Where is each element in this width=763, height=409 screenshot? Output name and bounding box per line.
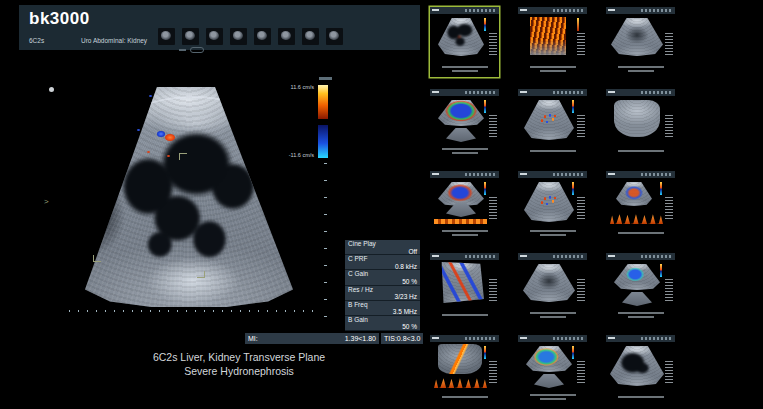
thumb-caption: [430, 389, 499, 405]
control-value: Off: [348, 249, 417, 256]
thumb-thumbnail-strip: [553, 91, 583, 94]
thumb-title-text: [520, 173, 527, 175]
thumb-caption: [606, 225, 675, 241]
gallery-item[interactable]: [430, 171, 499, 241]
gallery-item[interactable]: [430, 89, 499, 159]
gallery-item[interactable]: [430, 7, 499, 77]
gallery-item[interactable]: [518, 171, 587, 241]
thumb-thumbnail-strip: [553, 255, 583, 258]
thumb-thumbnail-strip: [641, 9, 671, 12]
thumb-image-area: [430, 14, 499, 61]
thumb-settings-text: [665, 197, 673, 219]
control-row[interactable]: Res / Hz 3/23 Hz: [345, 286, 420, 301]
thumb-window-header: [518, 335, 587, 342]
color-doppler-red-flow: [165, 134, 175, 141]
thumb-image-area: [606, 96, 675, 143]
header-thumbnail[interactable]: [254, 28, 271, 45]
control-label: C Gain: [348, 271, 417, 278]
thumb-colorbar: [660, 182, 662, 195]
thumb-settings-text: [665, 279, 673, 301]
thumb-title-text: [432, 173, 439, 175]
header-thumbnail[interactable]: [278, 28, 295, 45]
thumb-title-text: [520, 255, 527, 257]
depth-ruler: [324, 163, 327, 335]
colorbar-min-label: -11.6 cm/s: [289, 152, 314, 158]
pager-dots-icon: [179, 49, 186, 51]
gallery-item[interactable]: [430, 253, 499, 323]
gallery-item[interactable]: [518, 335, 587, 405]
thumb-image-area: [518, 342, 587, 389]
thumb-image-area: [606, 260, 675, 307]
thumb-settings-text: [577, 361, 585, 383]
color-doppler-speck: [149, 95, 152, 97]
thumb-ultrasound-image: [438, 262, 484, 303]
thumb-settings-text: [489, 115, 497, 137]
thumb-ultrasound-image: [611, 18, 663, 56]
transducer-label: 6C2s: [29, 37, 44, 44]
thumb-window-header: [518, 89, 587, 96]
header-thumbnail[interactable]: [206, 28, 223, 45]
thumb-colorbar: [484, 346, 486, 359]
header-thumbnail[interactable]: [230, 28, 247, 45]
control-row[interactable]: B Gain 50 %: [345, 316, 420, 331]
thumb-window-header: [606, 335, 675, 342]
gallery-item[interactable]: [518, 253, 587, 323]
thumb-ultrasound-image: [438, 18, 484, 56]
ultrasound-image[interactable]: [85, 87, 293, 307]
imaging-controls-panel: Cine Play Off C PRF 0.8 kHz C Gain 50 % …: [345, 240, 420, 331]
gallery-item[interactable]: [606, 253, 675, 323]
gallery-item[interactable]: [606, 335, 675, 405]
thumb-thumbnail-strip: [553, 337, 583, 340]
acoustic-output-bar: MI: 1.39<1.80 TIS: 0.8<3.0: [245, 333, 420, 344]
gallery-item[interactable]: [606, 171, 675, 241]
caption-line-1: 6C2s Liver, Kidney Transverse Plane: [59, 350, 419, 364]
thumb-caption: [430, 61, 499, 77]
thumb-settings-text: [489, 33, 497, 55]
header-thumbnail[interactable]: [326, 28, 343, 45]
header-thumbnail[interactable]: [182, 28, 199, 45]
thumb-caption: [518, 389, 587, 405]
thumb-title-text: [432, 91, 439, 93]
control-value: 3/23 Hz: [348, 294, 417, 301]
caption-line-2: Severe Hydronephrosis: [59, 364, 419, 378]
thumb-settings-text: [665, 115, 673, 137]
mi-indicator: MI: 1.39<1.80: [245, 333, 379, 344]
thumb-ultrasound-image: [530, 17, 566, 55]
colorbar-negative: [318, 125, 328, 158]
thumb-settings-text: [577, 115, 585, 137]
gallery-item[interactable]: [606, 7, 675, 77]
thumb-secondary-image: [446, 128, 476, 142]
app-title: bk3000: [29, 9, 90, 29]
thumb-caption: [430, 143, 499, 159]
thumb-title-text: [432, 9, 439, 11]
thumb-colorbar: [572, 346, 574, 359]
thumb-thumbnail-strip: [465, 337, 495, 340]
thumb-window-header: [430, 7, 499, 14]
thumbnail-pager[interactable]: [179, 47, 204, 53]
gallery-item[interactable]: [606, 89, 675, 159]
thumb-caption: [606, 389, 675, 405]
gallery-item[interactable]: [430, 335, 499, 405]
thumb-window-header: [518, 253, 587, 260]
color-doppler-speck: [147, 151, 150, 153]
thumb-colorbar: [484, 182, 486, 195]
app-header: bk3000 6C2s Uro Abdominal: Kidney: [19, 5, 420, 50]
control-row[interactable]: C PRF 0.8 kHz: [345, 255, 420, 270]
thumb-image-area: [430, 178, 499, 225]
header-thumbnail[interactable]: [158, 28, 175, 45]
thumb-settings-text: [577, 279, 585, 301]
thumb-image-area: [518, 96, 587, 143]
preset-label: Uro Abdominal: Kidney: [81, 37, 147, 44]
thumb-thumbnail-strip: [465, 91, 495, 94]
control-row[interactable]: B Freq 3.5 MHz: [345, 301, 420, 316]
thumb-caption: [518, 307, 587, 323]
control-row[interactable]: C Gain 50 %: [345, 270, 420, 285]
tis-label: TIS:: [384, 335, 397, 342]
thumb-caption: [518, 61, 587, 77]
control-row[interactable]: Cine Play Off: [345, 240, 420, 255]
header-thumbnail[interactable]: [302, 28, 319, 45]
gallery-item[interactable]: [518, 7, 587, 77]
hydronephrosis-anechoic-region: [116, 131, 262, 263]
thumb-colorbar: [572, 182, 574, 195]
gallery-item[interactable]: [518, 89, 587, 159]
